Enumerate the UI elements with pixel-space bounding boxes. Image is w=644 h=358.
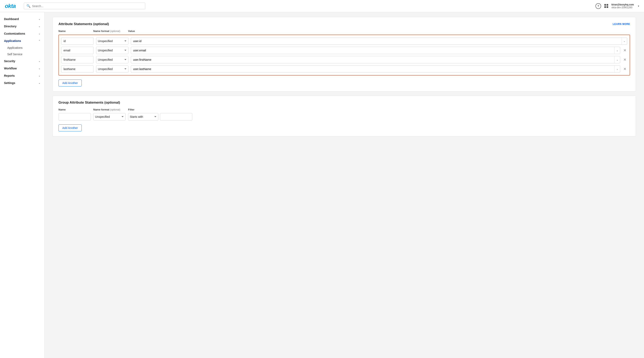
attr-name-input[interactable] xyxy=(61,56,94,63)
attribute-statements-card: Attribute Statements (optional) LEARN MO… xyxy=(52,17,636,92)
add-another-attribute-button[interactable]: Add Another xyxy=(58,80,82,86)
value-chevron-icon[interactable]: ⌄ xyxy=(614,56,620,63)
search-icon: 🔍 xyxy=(26,4,30,8)
help-icon[interactable]: ? xyxy=(596,3,601,9)
top-navigation: okta 🔍 ? kiran@boxyhq.com okta-dev-20901… xyxy=(0,0,644,12)
sidebar-item-workflow[interactable]: Workflow ⌄ xyxy=(0,65,44,72)
chevron-down-icon: ⌄ xyxy=(38,18,40,21)
attribute-statements-title: Attribute Statements (optional) xyxy=(58,22,109,26)
sidebar-item-reports[interactable]: Reports ⌄ xyxy=(0,72,44,79)
sidebar-item-label: Settings xyxy=(4,81,15,85)
user-info[interactable]: kiran@boxyhq.com okta-dev-20901260 xyxy=(612,3,634,9)
attribute-table-headers: Name Name format (optional) Value xyxy=(58,29,630,33)
attr-value-wrap: ⌄ xyxy=(131,38,627,45)
filter-select-wrap: Starts with Equals Contains Matches rege… xyxy=(128,113,192,120)
sidebar-item-label: Customizations xyxy=(4,32,25,35)
chevron-down-icon: ⌄ xyxy=(38,75,40,77)
topnav-right: ? kiran@boxyhq.com okta-dev-20901260 ▾ xyxy=(596,3,639,9)
attribute-rows-container: Unspecified URI Reference Basic ⌄ Unspec… xyxy=(58,35,630,76)
group-attribute-title: Group Attribute Statements (optional) xyxy=(58,101,120,105)
attr-name-input[interactable] xyxy=(61,47,94,54)
sidebar-item-settings[interactable]: Settings ⌄ xyxy=(0,79,44,87)
table-row: Unspecified URI Reference Basic ⌄ xyxy=(61,38,627,45)
learn-more-link[interactable]: LEARN MORE xyxy=(613,23,630,26)
main-content: Attribute Statements (optional) LEARN MO… xyxy=(44,12,644,358)
sidebar-item-applications[interactable]: Applications ⌃ xyxy=(0,37,44,45)
table-row: Unspecified URI Reference Basic ⌄ ✕ xyxy=(61,65,627,73)
chevron-down-icon: ⌄ xyxy=(38,32,40,35)
group-format-select[interactable]: Unspecified URI Reference Basic xyxy=(93,113,126,120)
sidebar-item-label: Directory xyxy=(4,25,16,28)
group-col-filter-label: Filter xyxy=(128,108,134,111)
sidebar-item-directory[interactable]: Directory ⌄ xyxy=(0,23,44,30)
chevron-up-icon: ⌃ xyxy=(38,40,40,42)
group-attribute-header: Group Attribute Statements (optional) xyxy=(58,101,630,105)
attr-value-wrap: ⌄ xyxy=(131,47,620,54)
attr-format-select[interactable]: Unspecified URI Reference Basic xyxy=(96,38,128,45)
chevron-down-icon: ⌄ xyxy=(38,60,40,63)
group-col-name-format-label: Name format xyxy=(93,108,109,111)
remove-row-button[interactable]: ✕ xyxy=(622,67,627,71)
sidebar-item-label: Workflow xyxy=(4,67,17,70)
sidebar-item-label: Dashboard xyxy=(4,18,19,21)
attr-value-input[interactable] xyxy=(131,49,614,52)
chevron-down-icon: ⌄ xyxy=(38,82,40,84)
sidebar-subitem-label: Self Service xyxy=(7,53,22,56)
okta-logo: okta xyxy=(5,3,16,9)
table-row: Unspecified URI Reference Basic ⌄ ✕ xyxy=(61,47,627,54)
sidebar-item-customizations[interactable]: Customizations ⌄ xyxy=(0,30,44,37)
attr-value-input[interactable] xyxy=(131,40,622,43)
sidebar-item-label: Reports xyxy=(4,74,15,77)
attr-name-input[interactable] xyxy=(61,38,94,45)
group-col-name-format-optional: (optional) xyxy=(110,108,120,111)
value-chevron-icon[interactable]: ⌄ xyxy=(614,47,620,54)
page-layout: Dashboard ⌄ Directory ⌄ Customizations ⌄… xyxy=(0,12,644,358)
attr-value-input[interactable] xyxy=(131,67,614,71)
sidebar-item-dashboard[interactable]: Dashboard ⌄ xyxy=(0,15,44,23)
table-row: Unspecified URI Reference Basic Starts w… xyxy=(58,113,630,120)
sidebar: Dashboard ⌄ Directory ⌄ Customizations ⌄… xyxy=(0,12,44,358)
attr-value-wrap: ⌄ xyxy=(131,65,620,73)
sidebar-subitem-applications[interactable]: Applications xyxy=(0,45,44,51)
sidebar-item-label: Applications xyxy=(4,39,21,43)
filter-value-input[interactable] xyxy=(160,113,192,120)
user-tenant: okta-dev-20901260 xyxy=(612,6,634,9)
value-chevron-icon[interactable]: ⌄ xyxy=(614,66,620,73)
col-name-format-optional: (optional) xyxy=(110,30,120,33)
group-col-name-label: Name xyxy=(58,108,66,111)
user-menu-chevron[interactable]: ▾ xyxy=(638,5,639,8)
chevron-down-icon: ⌄ xyxy=(38,67,40,70)
attr-value-wrap: ⌄ xyxy=(131,56,620,63)
apps-grid-icon[interactable] xyxy=(604,4,608,8)
group-table-headers: Name Name format (optional) Filter xyxy=(58,108,630,111)
attr-format-select[interactable]: Unspecified URI Reference Basic xyxy=(96,56,128,63)
remove-row-button[interactable]: ✕ xyxy=(622,49,627,52)
col-value-label: Value xyxy=(128,30,135,33)
col-name-label: Name xyxy=(58,30,66,33)
user-email: kiran@boxyhq.com xyxy=(612,3,634,6)
add-another-group-button[interactable]: Add Another xyxy=(58,124,82,131)
search-input[interactable] xyxy=(32,5,142,8)
search-bar[interactable]: 🔍 xyxy=(24,3,145,9)
sidebar-subitem-label: Applications xyxy=(7,46,23,49)
group-attribute-statements-card: Group Attribute Statements (optional) Na… xyxy=(52,96,636,136)
remove-row-button[interactable]: ✕ xyxy=(622,58,627,62)
attr-format-select[interactable]: Unspecified URI Reference Basic xyxy=(96,65,128,73)
group-name-input[interactable] xyxy=(58,113,91,120)
chevron-down-icon: ⌄ xyxy=(38,25,40,28)
attr-name-input[interactable] xyxy=(61,65,94,73)
filter-type-select[interactable]: Starts with Equals Contains Matches rege… xyxy=(128,113,158,120)
attr-format-select[interactable]: Unspecified URI Reference Basic xyxy=(96,47,128,54)
sidebar-subitem-self-service[interactable]: Self Service xyxy=(0,51,44,58)
sidebar-item-security[interactable]: Security ⌄ xyxy=(0,58,44,65)
attribute-statements-header: Attribute Statements (optional) LEARN MO… xyxy=(58,22,630,26)
sidebar-item-label: Security xyxy=(4,60,15,63)
col-name-format-label: Name format xyxy=(93,30,109,33)
value-chevron-icon[interactable]: ⌄ xyxy=(622,38,627,45)
table-row: Unspecified URI Reference Basic ⌄ ✕ xyxy=(61,56,627,63)
attr-value-input[interactable] xyxy=(131,58,614,61)
